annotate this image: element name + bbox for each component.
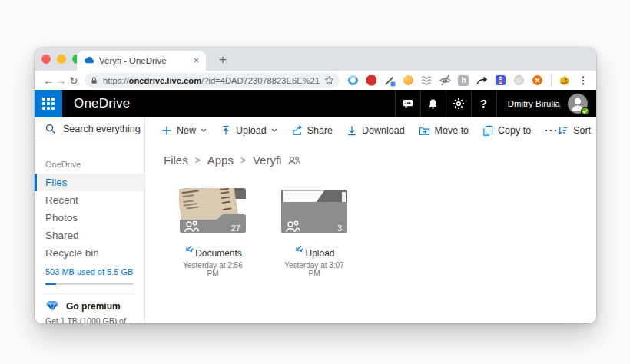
app-title: OneDrive (74, 96, 130, 111)
upload-label: Upload (236, 125, 267, 136)
share-icon (291, 124, 303, 136)
app-launcher-button[interactable] (35, 90, 62, 117)
toolbar-divider (551, 74, 552, 87)
lock-icon[interactable] (90, 76, 98, 85)
move-folder-icon (419, 125, 430, 136)
shortcut-arrows-icon (293, 245, 303, 254)
move-to-label: Move to (435, 125, 469, 136)
notifications-button[interactable] (420, 90, 446, 117)
breadcrumb-files[interactable]: Files (164, 154, 188, 167)
url-text: https://onedrive.live.com/?id=4DAD723078… (103, 76, 320, 85)
waffle-icon (42, 98, 55, 110)
new-tab-button[interactable]: + (214, 51, 232, 69)
wave-pattern-extension-icon[interactable] (420, 74, 433, 87)
honey-extension-icon[interactable]: h (457, 74, 470, 87)
main-pane: New Upload (145, 117, 596, 323)
command-bar: New Upload (145, 117, 596, 143)
sort-button[interactable]: Sort (557, 125, 596, 136)
new-label: New (177, 125, 196, 136)
browser-toolbar: ← → ↻ https://onedrive.live.com/?id=4DAD… (35, 71, 596, 90)
search-icon (45, 124, 56, 134)
new-button[interactable]: New (161, 125, 207, 136)
chevron-down-icon (201, 128, 207, 132)
sidebar-section-label: OneDrive (45, 160, 144, 169)
chevron-down-icon (595, 128, 596, 132)
swirl-extension-icon[interactable] (346, 74, 360, 87)
folder-modified: Yesterday at 2:56 PM (179, 261, 247, 278)
sidebar: Search everything OneDrive Files Recent … (35, 117, 145, 323)
search-placeholder: Search everything (63, 124, 141, 134)
premium-diamond-icon (45, 300, 59, 312)
settings-button[interactable] (446, 90, 471, 117)
sidebar-item-label: Recycle bin (45, 247, 99, 259)
feedback-button[interactable] (395, 90, 420, 117)
address-bar[interactable]: https://onedrive.live.com/?id=4DAD723078… (85, 73, 340, 88)
folder-item-count: 3 (337, 223, 342, 233)
forward-icon[interactable]: → (55, 74, 67, 87)
upload-button[interactable]: Upload (220, 125, 277, 136)
folder-name[interactable]: Documents (195, 248, 242, 259)
sidebar-item-photos[interactable]: Photos (35, 209, 144, 227)
go-premium-button[interactable]: Go premium (45, 300, 144, 312)
copy-to-button[interactable]: Copy to (482, 125, 531, 136)
bell-icon (427, 98, 439, 110)
breadcrumb: Files > Apps > Veryfi (164, 154, 596, 167)
download-label: Download (362, 125, 405, 136)
copy-to-label: Copy to (498, 125, 531, 136)
eye-off-extension-icon[interactable] (439, 74, 452, 87)
more-commands-button[interactable] (545, 129, 557, 132)
help-icon: ? (480, 98, 487, 110)
folder-tile-documents[interactable]: 27 Documents Yesterday at 2:56 PM (179, 188, 247, 278)
share-button[interactable]: Share (291, 124, 333, 136)
sidebar-item-files[interactable]: Files (35, 174, 144, 191)
browser-window: Veryfi - OneDrive × + ← → ↻ https://oned… (35, 48, 596, 323)
onedrive-favicon (84, 55, 94, 66)
desktop-background: Veryfi - OneDrive × + ← → ↻ https://oned… (0, 0, 630, 364)
gold-mascot-extension-icon[interactable] (559, 74, 572, 87)
browser-menu-icon[interactable] (577, 74, 590, 87)
folder-tile-upload[interactable]: 3 Upload Yesterday at 3:07 PM (280, 188, 348, 278)
shared-people-icon (288, 156, 300, 165)
breadcrumb-veryfi[interactable]: Veryfi (253, 154, 282, 167)
close-window-button[interactable] (41, 55, 51, 64)
copy-icon (482, 125, 493, 136)
tab-close-icon[interactable]: × (194, 56, 199, 65)
account-avatar[interactable] (568, 94, 588, 114)
folder-icon-upload: 3 (280, 188, 348, 236)
color-picker-extension-icon[interactable] (383, 74, 396, 87)
search-input[interactable]: Search everything (35, 117, 144, 141)
sidebar-item-recent[interactable]: Recent (35, 191, 144, 209)
move-to-button[interactable]: Move to (419, 125, 469, 136)
minimize-window-button[interactable] (57, 55, 66, 64)
tab-strip: Veryfi - OneDrive × + (35, 48, 596, 71)
bookmark-star-icon[interactable] (324, 75, 334, 85)
share-arrow-extension-icon[interactable] (476, 74, 489, 87)
file-grid: 27 Documents Yesterday at 2:56 PM (179, 188, 596, 278)
sort-label: Sort (573, 125, 591, 136)
adblock-extension-icon[interactable] (365, 74, 378, 87)
emoji-extension-icon[interactable] (402, 74, 415, 87)
breadcrumb-apps[interactable]: Apps (207, 154, 234, 167)
reload-icon[interactable]: ↻ (68, 74, 80, 87)
sidebar-item-shared[interactable]: Shared (35, 227, 144, 244)
sidebar-item-recycle-bin[interactable]: Recycle bin (35, 244, 144, 262)
help-button[interactable]: ? (471, 90, 496, 117)
browser-tab[interactable]: Veryfi - OneDrive × (77, 51, 206, 71)
download-button[interactable]: Download (346, 125, 405, 136)
sidebar-item-label: Shared (45, 230, 79, 241)
premium-subtitle: Get 1 TB (1000 GB) of storage (45, 316, 134, 323)
share-label: Share (307, 125, 333, 136)
folder-name[interactable]: Upload (305, 248, 334, 259)
back-icon[interactable]: ← (42, 74, 55, 87)
lighthouse-extension-icon[interactable] (494, 74, 507, 87)
orange-blocker-extension-icon[interactable] (531, 74, 544, 87)
sort-icon (557, 125, 569, 136)
tab-title: Veryfi - OneDrive (99, 56, 189, 65)
folder-modified: Yesterday at 3:07 PM (280, 261, 348, 278)
status-badge (581, 107, 589, 115)
account-name[interactable]: Dmitry Birulia (496, 90, 568, 117)
download-icon (346, 125, 357, 136)
storage-usage-link[interactable]: 503 MB used of 5.5 GB (45, 267, 134, 276)
plus-icon (161, 125, 172, 136)
disabled-circle-extension-icon[interactable] (512, 74, 526, 87)
